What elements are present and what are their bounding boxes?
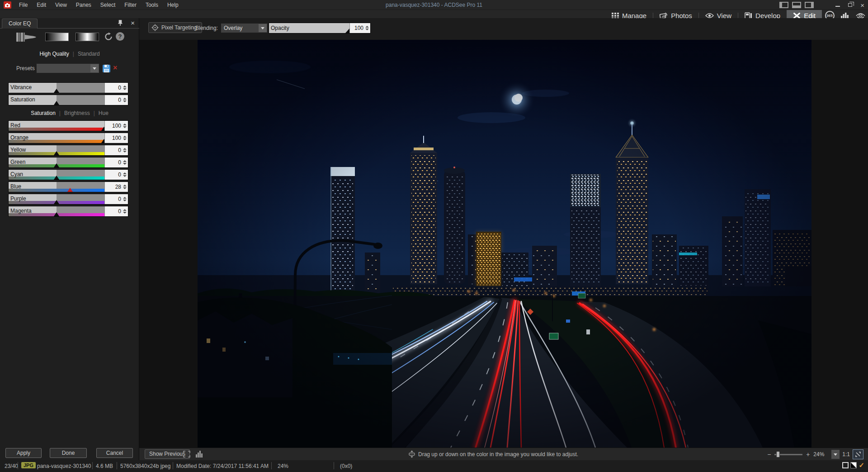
menu-tools[interactable]: Tools (141, 0, 163, 10)
cyan-slider-thumb[interactable] (54, 176, 59, 180)
presets-dropdown-button[interactable] (90, 64, 99, 72)
cancel-button[interactable]: Cancel (96, 448, 133, 458)
opacity-slider[interactable]: Opacity 100 (269, 23, 371, 33)
tab-saturation[interactable]: Saturation (31, 110, 56, 116)
cyan-value-box[interactable]: 0 (104, 170, 128, 180)
opacity-track[interactable]: Opacity (269, 23, 349, 33)
red-spinner[interactable] (123, 124, 127, 128)
yellow-spinner[interactable] (123, 148, 127, 153)
presets-dropdown[interactable] (36, 63, 99, 73)
saturation-value-box[interactable]: 0 (104, 95, 128, 105)
saturation-spinner[interactable] (123, 98, 127, 102)
zoom-slider-thumb[interactable] (776, 451, 780, 458)
orange-value-box[interactable]: 100 (104, 133, 128, 143)
magenta-slider-thumb[interactable] (54, 212, 59, 216)
slider-row-red[interactable]: Red 100 (8, 120, 128, 131)
zoom-percentage[interactable]: 24% (813, 451, 829, 458)
slider-row-blue[interactable]: Blue 28 (8, 181, 128, 192)
contrast-icon[interactable] (850, 462, 857, 468)
tab-hue[interactable]: Hue (99, 110, 108, 116)
menu-filter[interactable]: Filter (120, 0, 141, 10)
tab-standard[interactable]: Standard (78, 51, 100, 57)
blue-value-box[interactable]: 28 (104, 182, 128, 192)
vibrance-spinner[interactable] (123, 86, 127, 90)
minimize-button[interactable] (835, 6, 840, 7)
menu-select[interactable]: Select (96, 0, 120, 10)
slider-row-yellow[interactable]: Yellow 0 (8, 145, 128, 156)
blue-slider-thumb[interactable] (67, 188, 73, 192)
pin-icon[interactable] (118, 20, 123, 26)
fullscreen-icon[interactable] (183, 450, 191, 458)
menu-view[interactable]: View (51, 0, 71, 10)
delete-preset-icon[interactable]: × (113, 64, 117, 72)
menu-edit[interactable]: Edit (32, 0, 51, 10)
zoom-dropdown-button[interactable] (831, 450, 840, 459)
zoom-out-button[interactable]: − (766, 451, 772, 458)
panel-tab-row: Color EQ × (0, 18, 139, 29)
layout-toggle-group (779, 2, 814, 8)
slider-row-vibrance[interactable]: Vibrance 0 (8, 82, 128, 93)
fit-image-button[interactable] (853, 449, 863, 459)
vibrance-value-box[interactable]: 0 (104, 83, 128, 93)
layout-left-pane-button[interactable] (779, 2, 788, 8)
purple-slider-thumb[interactable] (54, 200, 59, 204)
layout-right-pane-button[interactable] (805, 2, 814, 8)
menu-panes[interactable]: Panes (71, 0, 96, 10)
green-value-box[interactable]: 0 (104, 157, 128, 167)
opacity-value[interactable]: 100 (349, 23, 370, 33)
color-eq-tab[interactable]: Color EQ (2, 19, 38, 29)
red-value-box[interactable]: 100 (104, 121, 128, 131)
zoom-slider[interactable] (774, 454, 802, 455)
close-button[interactable]: × (860, 2, 864, 9)
blue-spinner[interactable] (123, 185, 127, 189)
photo-canvas[interactable] (198, 40, 811, 448)
saturation-slider-thumb[interactable] (54, 101, 59, 105)
restore-button[interactable] (848, 3, 852, 7)
red-slider-thumb[interactable] (101, 127, 104, 131)
slider-row-magenta[interactable]: Magenta 0 (8, 206, 128, 217)
confirm-check-icon[interactable]: ✓ (859, 462, 864, 469)
orange-spinner[interactable] (123, 136, 127, 140)
reset-icon[interactable] (104, 32, 113, 41)
help-icon[interactable]: ? (116, 32, 124, 41)
selection-square-icon[interactable] (842, 462, 849, 468)
blending-dropdown-button[interactable] (259, 24, 267, 32)
green-slider-thumb[interactable] (54, 163, 59, 167)
actual-size-button[interactable]: 1:1 (842, 451, 850, 458)
center-gradient-swatch[interactable] (75, 33, 99, 41)
slider-row-cyan[interactable]: Cyan 0 (8, 169, 128, 180)
opacity-spinner[interactable] (365, 26, 369, 30)
yellow-value-box[interactable]: 0 (104, 145, 128, 155)
apply-button[interactable]: Apply (5, 448, 42, 458)
linear-gradient-swatch[interactable] (45, 33, 69, 41)
magenta-spinner[interactable] (123, 209, 127, 214)
magenta-value-box[interactable]: 0 (104, 206, 128, 216)
vibrance-slider-thumb[interactable] (54, 89, 59, 93)
done-button[interactable]: Done (50, 448, 87, 458)
purple-value-box[interactable]: 0 (104, 194, 128, 204)
tab-high-quality[interactable]: High Quality (39, 51, 69, 57)
yellow-slider-thumb[interactable] (54, 151, 59, 155)
slider-row-saturation[interactable]: Saturation 0 (8, 95, 128, 105)
green-spinner[interactable] (123, 160, 127, 165)
slider-row-purple[interactable]: Purple 0 (8, 194, 128, 205)
cyan-spinner[interactable] (123, 172, 127, 177)
save-preset-icon[interactable] (102, 64, 111, 73)
menu-file[interactable]: File (14, 0, 32, 10)
pixel-targeting-label: Pixel Targeting (161, 24, 197, 31)
orange-value: 100 (112, 135, 121, 141)
brush-icon[interactable] (15, 31, 37, 43)
blending-dropdown[interactable]: Overlay (221, 23, 268, 33)
panel-close-icon[interactable]: × (131, 19, 135, 27)
pixel-targeting-button[interactable]: Pixel Targeting (148, 22, 202, 33)
slider-row-orange[interactable]: Orange 100 (8, 133, 128, 143)
slider-row-green[interactable]: Green 0 (8, 157, 128, 168)
zoom-in-button[interactable]: + (805, 451, 811, 458)
menu-help[interactable]: Help (163, 0, 183, 10)
layout-bottom-pane-button[interactable] (792, 2, 801, 8)
purple-spinner[interactable] (123, 197, 127, 201)
tab-brightness[interactable]: Brightness (64, 110, 90, 116)
histogram-toggle-icon[interactable] (195, 450, 203, 458)
opacity-thumb[interactable] (345, 29, 349, 33)
orange-slider-thumb[interactable] (101, 139, 104, 143)
